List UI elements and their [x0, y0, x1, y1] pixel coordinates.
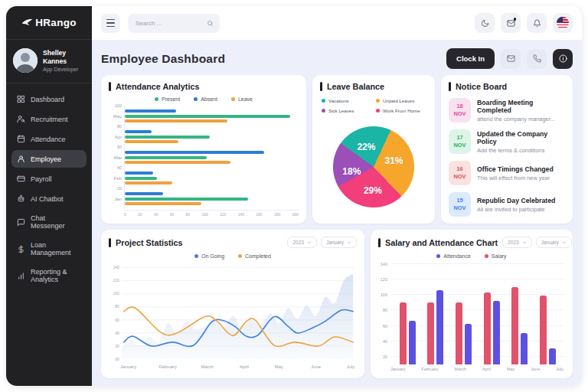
- bar-pair: [484, 264, 500, 364]
- legend-item: Present: [155, 96, 180, 102]
- bar-group: [124, 106, 299, 126]
- legend-item: Unpaid Leaves: [376, 98, 426, 103]
- brand-name: HRango: [35, 17, 77, 28]
- card-title: Leave Balance: [327, 82, 384, 91]
- legend-item: Absent: [194, 96, 217, 102]
- x-tick-label: 180: [274, 212, 280, 217]
- bar: [409, 321, 416, 364]
- search-icon: [207, 20, 214, 27]
- notice-list: 18NOVBoarding Meeting Completedattend th…: [449, 98, 565, 217]
- bar: [125, 181, 172, 185]
- messages-button[interactable]: [501, 13, 521, 33]
- axis-tick-label: 80: [117, 124, 122, 129]
- legend-dot: [238, 254, 242, 258]
- axis-tick-label: 40: [117, 165, 122, 170]
- svg-text:120: 120: [113, 279, 120, 283]
- employee-icon: [17, 155, 25, 163]
- sidebar-item-label: Attendance: [31, 136, 66, 143]
- user-profile[interactable]: Shelley Kannes App Developer: [6, 40, 92, 83]
- badge-month: NOV: [453, 204, 466, 212]
- mail-icon: [507, 54, 515, 63]
- sidebar-item-label: Recruitment: [31, 116, 68, 123]
- email-button[interactable]: [501, 49, 521, 69]
- svg-text:40: 40: [115, 332, 119, 335]
- sidebar-item-dashboard[interactable]: Dashboard: [11, 90, 87, 108]
- chevron-down-icon: [347, 240, 351, 245]
- badge-month: NOV: [453, 142, 466, 149]
- x-tick-label: 40: [154, 212, 158, 217]
- sidebar-item-payroll[interactable]: Payroll: [11, 170, 87, 188]
- bar-pair: [540, 264, 556, 364]
- info-button[interactable]: [553, 49, 573, 69]
- notification-dot: [514, 18, 517, 21]
- call-button[interactable]: [527, 49, 547, 69]
- legend-label: Vacations: [328, 98, 349, 103]
- wallet-icon: [17, 175, 25, 183]
- svg-text:140: 140: [113, 266, 120, 270]
- user-role: App Developer: [43, 67, 85, 72]
- sidebar-item-label: Dashboard: [31, 96, 64, 103]
- list-item[interactable]: 18NOVBoarding Meeting Completedattend th…: [449, 98, 565, 122]
- legend-label: Absent: [201, 96, 217, 102]
- list-item[interactable]: 17NOVUpdated the Company PolicyAdd the t…: [449, 129, 565, 154]
- sidebar-item-label: Payroll: [31, 175, 52, 183]
- pie-slice-label: 31%: [384, 155, 403, 166]
- notifications-button[interactable]: [527, 13, 547, 33]
- year-select[interactable]: 2023: [502, 237, 531, 248]
- language-button[interactable]: [553, 13, 573, 33]
- attendance-group: 40Feb: [109, 168, 299, 188]
- sidebar-item-label: Loan Management: [31, 241, 81, 256]
- sidebar-item-recruitment[interactable]: Recruitment: [11, 110, 87, 128]
- sidebar-item-reporting-analytics[interactable]: Reporting & Analytics: [11, 263, 87, 288]
- sidebar-item-employee[interactable]: Employee: [11, 150, 87, 168]
- search-input[interactable]: [134, 19, 203, 28]
- bar: [125, 161, 230, 164]
- month-select[interactable]: January: [536, 237, 572, 248]
- list-item[interactable]: 16NOVOffice Timings ChangedThis will eff…: [449, 161, 565, 185]
- list-item[interactable]: 15NOVRepublic Day CelebratedAll are invi…: [449, 192, 565, 217]
- legend-label: Attendance: [443, 253, 470, 259]
- page-header: Employee Dashboard Clock In: [92, 40, 582, 75]
- axis-gutter: 60Mar: [109, 147, 124, 168]
- hamburger-menu-icon[interactable]: [101, 14, 120, 33]
- dark-mode-button[interactable]: [475, 13, 495, 33]
- title-accent-bar: [320, 82, 322, 91]
- attendance-group: 100May: [109, 106, 299, 126]
- notice-text: Updated the Company PolicyAdd the terms …: [477, 130, 565, 154]
- sidebar-item-attendance[interactable]: Attendance: [11, 130, 87, 148]
- y-tick-label: 40: [383, 339, 387, 344]
- sidebar-item-chat-messenger[interactable]: Chat Messenger: [11, 210, 87, 234]
- chevron-down-icon: [562, 240, 567, 245]
- clock-in-button[interactable]: Clock In: [446, 48, 495, 69]
- bar: [125, 109, 176, 113]
- x-tick-label: March: [455, 367, 466, 371]
- month-select[interactable]: January: [321, 237, 357, 248]
- legend-item: Vacations: [322, 98, 371, 103]
- x-tick-label: 20: [138, 212, 142, 217]
- year-select[interactable]: 2023: [287, 237, 316, 248]
- bar-group: [124, 168, 299, 188]
- attendance-legend: PresentAbsentLeave: [109, 96, 299, 102]
- legend-dot: [436, 254, 440, 258]
- svg-text:June: June: [311, 364, 321, 369]
- sidebar-item-ai-chatbot[interactable]: AI Chatbot: [11, 190, 87, 207]
- topbar-actions: [475, 13, 573, 33]
- bars-row: [390, 264, 565, 364]
- badge-day: 15: [456, 197, 462, 204]
- legend-label: Present: [162, 96, 180, 102]
- legend-label: Salary: [492, 253, 507, 259]
- sidebar-item-loan-management[interactable]: Loan Management: [11, 237, 87, 261]
- axis-gutter: 80Apr: [109, 126, 124, 147]
- axis-tick-label: 20: [117, 186, 122, 191]
- bar: [125, 202, 201, 205]
- title-accent-bar: [449, 82, 451, 91]
- x-tick-label: 60: [170, 212, 175, 217]
- card-title: Notice Board: [456, 82, 507, 91]
- svg-text:March: March: [201, 364, 213, 369]
- category-label: Jan: [114, 197, 122, 201]
- project-statistics-card: Project Statistics 2023 January On Going…: [101, 230, 364, 378]
- card-title: Salary and Attendance Chart: [385, 238, 498, 247]
- bar: [511, 287, 518, 364]
- sidebar-item-label: AI Chatbot: [31, 195, 64, 203]
- salary-legend: AttendanceSalary: [378, 253, 565, 259]
